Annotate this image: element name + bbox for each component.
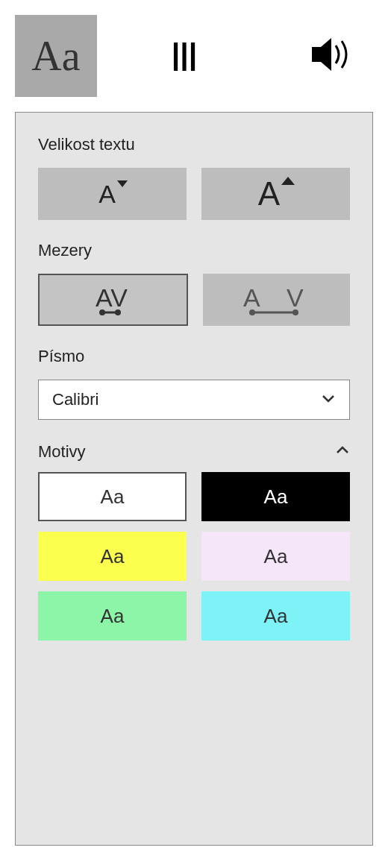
svg-marker-0 <box>312 38 331 71</box>
font-select-dropdown[interactable]: Calibri <box>38 380 350 420</box>
top-tabs: Aa III <box>15 15 373 97</box>
svg-text:A: A <box>243 283 260 312</box>
themes-grid: AaAaAaAaAaAa <box>38 472 350 641</box>
tab-columns[interactable]: III <box>142 15 224 97</box>
font-label: Písmo <box>38 347 350 366</box>
letter-a-large-icon: A <box>258 175 280 213</box>
settings-panel: Velikost textu A A Mezery AV <box>15 112 373 846</box>
text-size-group: A A <box>38 168 350 220</box>
text-size-label: Velikost textu <box>38 135 350 154</box>
spacing-narrow-icon: AV <box>84 281 143 318</box>
spacing-wide-icon: A V <box>236 281 318 318</box>
spacing-narrow-button[interactable]: AV <box>38 274 188 326</box>
arrow-up-icon <box>281 177 295 185</box>
text-size-decrease-button[interactable]: A <box>38 168 187 220</box>
spacing-label: Mezery <box>38 241 350 260</box>
theme-sample-text: Aa <box>101 485 125 509</box>
theme-sample-text: Aa <box>264 605 288 628</box>
letter-a-small-icon: A <box>98 180 116 209</box>
themes-header[interactable]: Motivy <box>38 442 350 462</box>
themes-label: Motivy <box>38 442 86 462</box>
svg-text:AV: AV <box>96 283 128 312</box>
arrow-down-icon <box>117 180 128 187</box>
theme-option-1[interactable]: Aa <box>201 472 350 521</box>
tab-text[interactable]: Aa <box>15 15 97 97</box>
tab-audio[interactable] <box>291 15 373 97</box>
speaker-icon <box>306 32 358 80</box>
theme-option-2[interactable]: Aa <box>38 532 187 581</box>
tab-text-label: Aa <box>31 32 80 80</box>
spacing-wide-button[interactable]: A V <box>203 274 350 326</box>
spacing-group: AV A V <box>38 274 350 326</box>
theme-sample-text: Aa <box>101 545 125 568</box>
theme-sample-text: Aa <box>264 485 288 509</box>
theme-sample-text: Aa <box>264 545 288 568</box>
theme-sample-text: Aa <box>101 605 125 628</box>
chevron-up-icon <box>335 445 350 459</box>
svg-text:V: V <box>287 283 304 312</box>
theme-option-5[interactable]: Aa <box>201 591 350 641</box>
theme-option-4[interactable]: Aa <box>38 591 187 641</box>
font-selected-value: Calibri <box>52 390 98 409</box>
text-size-increase-button[interactable]: A <box>201 168 350 220</box>
columns-icon: III <box>170 32 196 81</box>
chevron-down-icon <box>321 393 336 406</box>
theme-option-0[interactable]: Aa <box>38 472 187 521</box>
theme-option-3[interactable]: Aa <box>201 532 350 581</box>
